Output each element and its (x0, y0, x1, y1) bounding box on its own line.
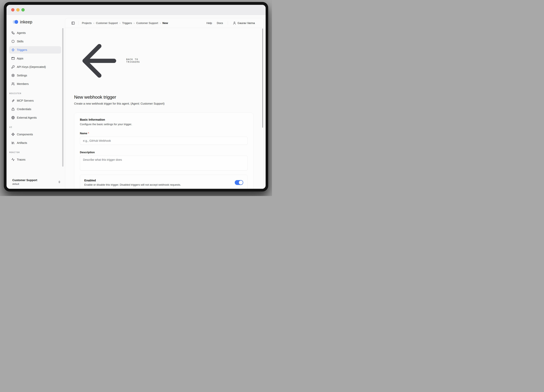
sidebar-item-label: Artifacts (17, 141, 27, 145)
basic-information-card: Basic Information Configure the basic se… (74, 113, 254, 189)
sidebar-item-components[interactable]: Components (9, 131, 61, 138)
sidebar-item-credentials[interactable]: Credentials (9, 106, 61, 113)
sidebar-item-label: Traces (17, 158, 25, 161)
sidebar-section-register: REGISTER (9, 92, 65, 95)
user-menu[interactable]: Gaurav Varma (233, 21, 255, 25)
zoom-window-button[interactable] (21, 8, 25, 12)
workspace-selector[interactable]: Customer Support default (12, 178, 61, 185)
breadcrumb-separator: › (93, 21, 94, 25)
toggle-knob (239, 181, 243, 184)
main-scrollbar[interactable] (262, 29, 263, 128)
sidebar-item-label: Members (17, 82, 29, 86)
sidebar-item-members[interactable]: Members (9, 80, 61, 88)
enabled-label: Enabled (84, 179, 231, 182)
user-name: Gaurav Varma (237, 22, 255, 25)
close-window-button[interactable] (11, 8, 14, 12)
arrow-left-icon (74, 36, 124, 86)
sidebar-item-external-agents[interactable]: External Agents (9, 114, 61, 121)
breadcrumb-new: New (162, 22, 168, 25)
hexagon-icon (11, 40, 15, 43)
key-icon (11, 65, 15, 69)
sidebar-item-api-keys[interactable]: API Keys (Deprecated) (9, 63, 61, 71)
breadcrumb-triggers[interactable]: Triggers (122, 22, 132, 25)
enabled-setting-card: Enabled Enable or disable this trigger. … (80, 175, 248, 189)
sidebar-item-label: Apps (17, 57, 23, 60)
logo-wordmark: inkeep (20, 20, 32, 24)
enabled-description: Enable or disable this trigger. Disabled… (84, 183, 231, 186)
sidebar-item-label: Settings (17, 74, 27, 77)
breadcrumb: Projects › Customer Support › Triggers ›… (82, 21, 168, 25)
sidebar-section-ui: UI (9, 126, 65, 128)
page-subtitle: Create a new webhook trigger for this ag… (74, 102, 254, 105)
sidebar-item-settings[interactable]: Settings (9, 72, 61, 79)
library-icon (11, 141, 15, 145)
help-link[interactable]: Help (207, 22, 212, 25)
sidebar-item-label: Credentials (17, 107, 31, 111)
sidebar-section-monitor: MONITOR (9, 151, 65, 154)
chevrons-up-down-icon (58, 181, 61, 183)
workspace-environment: default (12, 183, 37, 185)
sidebar-item-agents[interactable]: Agents (9, 29, 61, 36)
name-input[interactable] (80, 137, 248, 145)
app-window-icon (11, 57, 15, 60)
sidebar-item-label: Skills (17, 40, 24, 43)
lock-icon (11, 107, 15, 111)
sidebar-item-label: Agents (17, 31, 26, 35)
zap-icon (11, 48, 15, 52)
sidebar-item-label: External Agents (17, 116, 37, 119)
back-to-triggers-link[interactable]: BACK TO TRIGGERS (74, 36, 146, 86)
sidebar-item-traces[interactable]: Traces (9, 156, 61, 163)
breadcrumb-customer-support[interactable]: Customer Support (96, 22, 118, 25)
sidebar-item-artifacts[interactable]: Artifacts (9, 139, 61, 147)
breadcrumb-separator: › (134, 21, 135, 25)
main-panel: Projects › Customer Support › Triggers ›… (65, 18, 264, 189)
inkeep-logo-icon (12, 19, 19, 25)
workflow-icon (11, 31, 15, 35)
sidebar-scrollbar[interactable] (62, 28, 64, 167)
description-label: Description (80, 151, 248, 154)
gear-icon (11, 74, 15, 77)
description-input[interactable] (80, 156, 248, 171)
name-label: Name* (80, 132, 248, 135)
breadcrumb-agent[interactable]: Customer Support (136, 22, 158, 25)
basic-information-description: Configure the basic settings for your tr… (80, 123, 248, 126)
sidebar-item-skills[interactable]: Skills (9, 38, 61, 45)
sidebar-item-apps[interactable]: Apps (9, 55, 61, 62)
sidebar: inkeep Agents Skills (6, 15, 65, 189)
breadcrumb-separator: › (160, 21, 161, 25)
sidebar-item-label: API Keys (Deprecated) (17, 65, 46, 69)
sidebar-nav: Agents Skills Triggers (6, 29, 65, 163)
required-marker: * (88, 132, 89, 135)
docs-link[interactable]: Docs (217, 22, 223, 25)
page-title: New webhook trigger (74, 95, 254, 100)
mcp-icon (11, 99, 15, 102)
sidebar-item-triggers[interactable]: Triggers (9, 46, 61, 53)
back-link-label: BACK TO TRIGGERS (126, 58, 146, 63)
basic-information-title: Basic Information (80, 118, 248, 121)
users-icon (11, 82, 15, 86)
sidebar-item-label: Components (17, 133, 33, 136)
activity-icon (11, 158, 15, 161)
workspace-name: Customer Support (12, 178, 37, 182)
sidebar-item-mcp-servers[interactable]: MCP Servers (9, 97, 61, 104)
sidebar-item-label: Triggers (17, 48, 27, 52)
component-icon (11, 133, 15, 136)
globe-icon (11, 116, 15, 119)
macos-titlebar (6, 5, 266, 15)
main-header: Projects › Customer Support › Triggers ›… (65, 18, 263, 28)
sidebar-item-label: MCP Servers (17, 99, 34, 102)
user-icon (233, 21, 236, 25)
breadcrumb-separator: › (119, 21, 121, 25)
sidebar-toggle-button[interactable] (71, 21, 75, 25)
app-window: inkeep Agents Skills (6, 5, 266, 189)
minimize-window-button[interactable] (16, 8, 20, 12)
inkeep-logo[interactable]: inkeep (12, 19, 65, 25)
enabled-toggle[interactable] (235, 180, 243, 185)
breadcrumb-projects[interactable]: Projects (82, 22, 92, 25)
